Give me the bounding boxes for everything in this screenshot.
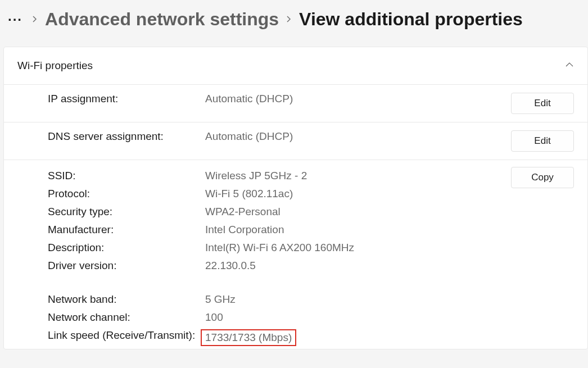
chevron-up-icon (565, 60, 574, 71)
detail-value: 22.130.0.5 (205, 260, 256, 272)
detail-row: Link speed (Receive/Transmit):1733/1733 … (4, 326, 504, 349)
breadcrumb-parent[interactable]: Advanced network settings (45, 9, 279, 30)
detail-row: Description:Intel(R) Wi-Fi 6 AX200 160MH… (4, 239, 504, 257)
breadcrumb-more-icon[interactable]: ··· (6, 12, 25, 28)
copy-button[interactable]: Copy (511, 167, 574, 188)
panel-title: Wi-Fi properties (17, 60, 93, 72)
link-speed-highlight: 1733/1733 (Mbps) (201, 329, 296, 346)
chevron-right-icon (286, 13, 292, 25)
detail-label: Security type: (48, 206, 205, 218)
panel-header-toggle[interactable]: Wi-Fi properties (4, 47, 587, 85)
detail-label: Protocol: (48, 188, 205, 200)
detail-label: Link speed (Receive/Transmit): (48, 329, 205, 346)
detail-value: 5 GHz (205, 293, 236, 306)
detail-value: Intel Corporation (205, 224, 284, 236)
dns-assignment-value: Automatic (DHCP) (205, 130, 293, 143)
spacer (4, 275, 504, 290)
detail-label: Driver version: (48, 260, 205, 272)
detail-value: 100 (205, 311, 223, 324)
detail-value: 1733/1733 (Mbps) (205, 329, 296, 346)
ip-assignment-value: Automatic (DHCP) (205, 93, 293, 105)
edit-ip-button[interactable]: Edit (511, 93, 574, 114)
ip-assignment-row: IP assignment: Automatic (DHCP) Edit (4, 85, 587, 122)
detail-value: Wireless JP 5GHz - 2 (205, 170, 307, 182)
detail-label: Network channel: (48, 311, 205, 324)
detail-value: Wi-Fi 5 (802.11ac) (205, 188, 293, 200)
detail-row: SSID:Wireless JP 5GHz - 2 (4, 167, 504, 185)
detail-label: Manufacturer: (48, 224, 205, 236)
chevron-right-icon (31, 13, 38, 25)
ip-assignment-label: IP assignment: (48, 93, 205, 105)
detail-label: Description: (48, 242, 205, 254)
dns-assignment-label: DNS server assignment: (48, 130, 205, 143)
detail-row: Manufacturer:Intel Corporation (4, 221, 504, 239)
detail-row: Protocol:Wi-Fi 5 (802.11ac) (4, 185, 504, 203)
detail-value: Intel(R) Wi-Fi 6 AX200 160MHz (205, 242, 354, 254)
detail-label: Network band: (48, 293, 205, 306)
detail-value: WPA2-Personal (205, 206, 281, 218)
detail-label: SSID: (48, 170, 205, 182)
breadcrumb: ··· Advanced network settings View addit… (0, 0, 588, 41)
detail-row: Network band:5 GHz (4, 290, 504, 308)
detail-row: Network channel:100 (4, 308, 504, 326)
edit-dns-button[interactable]: Edit (511, 130, 574, 152)
details-section: SSID:Wireless JP 5GHz - 2Protocol:Wi-Fi … (4, 160, 587, 349)
detail-row: Security type:WPA2-Personal (4, 203, 504, 221)
wifi-properties-panel: Wi-Fi properties IP assignment: Automati… (3, 47, 588, 349)
breadcrumb-current: View additional properties (299, 9, 523, 30)
detail-row: Driver version:22.130.0.5 (4, 257, 504, 275)
dns-assignment-row: DNS server assignment: Automatic (DHCP) … (4, 122, 587, 160)
